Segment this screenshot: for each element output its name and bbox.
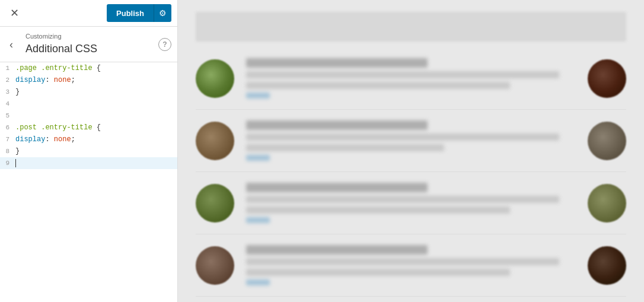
back-icon: ‹ bbox=[9, 38, 13, 50]
line-number-6: 6 bbox=[0, 122, 12, 133]
preview-body-line-2a bbox=[246, 133, 559, 141]
line-number-1: 1 bbox=[0, 62, 12, 74]
preview-avatar-right-1 bbox=[588, 59, 626, 98]
code-line-9: 9 bbox=[0, 157, 177, 169]
close-icon: ✕ bbox=[10, 7, 19, 20]
code-line-6: 6 .post .entry-title { bbox=[0, 122, 177, 133]
line-content-8: } bbox=[12, 145, 177, 157]
preview-avatar-right-3 bbox=[588, 184, 626, 222]
preview-text-1 bbox=[246, 58, 576, 98]
preview-body-line-3a bbox=[246, 196, 559, 203]
line-content-7: display: none; bbox=[12, 133, 177, 145]
preview-header bbox=[196, 12, 626, 42]
top-bar: ✕ Publish ⚙ bbox=[0, 0, 177, 27]
preview-card-2 bbox=[196, 110, 626, 172]
preview-card-3 bbox=[196, 172, 626, 234]
code-line-7: 7 display: none; bbox=[0, 133, 177, 145]
preview-avatar-2 bbox=[196, 122, 234, 160]
preview-card-1 bbox=[196, 47, 626, 110]
code-line-1: 1 .page .entry-title { bbox=[0, 62, 177, 74]
preview-title-line-2 bbox=[246, 120, 428, 130]
line-number-7: 7 bbox=[0, 133, 12, 145]
publish-button[interactable]: Publish bbox=[107, 4, 154, 22]
preview-body-line-3b bbox=[246, 206, 510, 214]
preview-text-4 bbox=[246, 245, 576, 285]
line-content-4 bbox=[12, 98, 177, 110]
preview-body-line-1a bbox=[246, 71, 559, 78]
preview-title-line-4 bbox=[246, 245, 428, 255]
customizer-panel: ✕ Publish ⚙ ‹ Customizing Additional CSS… bbox=[0, 0, 178, 302]
code-line-5: 5 bbox=[0, 110, 177, 122]
code-line-2: 2 display: none; bbox=[0, 74, 177, 86]
preview-avatar-4 bbox=[196, 246, 234, 285]
help-icon: ? bbox=[162, 40, 167, 49]
preview-avatar-right-4 bbox=[588, 246, 626, 285]
line-number-2: 2 bbox=[0, 74, 12, 86]
preview-panel bbox=[178, 0, 644, 302]
preview-body-line-4b bbox=[246, 269, 510, 276]
preview-content bbox=[178, 0, 644, 302]
line-content-2: display: none; bbox=[12, 74, 177, 86]
gear-icon: ⚙ bbox=[159, 8, 167, 18]
preview-text-2 bbox=[246, 120, 576, 161]
preview-body-line-1b bbox=[246, 82, 510, 89]
code-lines: 1 .page .entry-title { 2 display: none; … bbox=[0, 62, 177, 169]
preview-body-line-4a bbox=[246, 258, 559, 265]
line-content-5 bbox=[12, 110, 177, 122]
preview-title-line-1 bbox=[246, 58, 428, 68]
preview-icon-line-2 bbox=[246, 155, 270, 161]
preview-avatar-1 bbox=[196, 59, 234, 98]
line-content-3: } bbox=[12, 86, 177, 98]
breadcrumb: Customizing bbox=[25, 32, 168, 41]
preview-background bbox=[178, 0, 644, 302]
preview-avatar-right-2 bbox=[588, 122, 626, 160]
preview-icon-line-4 bbox=[246, 279, 270, 285]
publish-group: Publish ⚙ bbox=[107, 4, 171, 22]
back-button[interactable]: ‹ bbox=[6, 36, 17, 53]
line-content-1: .page .entry-title { bbox=[12, 62, 177, 74]
close-button[interactable]: ✕ bbox=[6, 5, 23, 21]
code-line-3: 3 } bbox=[0, 86, 177, 98]
preview-body-line-2b bbox=[246, 144, 444, 151]
help-button[interactable]: ? bbox=[158, 38, 171, 51]
page-title: Additional CSS bbox=[25, 42, 168, 56]
preview-icon-line-1 bbox=[246, 93, 270, 98]
line-number-3: 3 bbox=[0, 86, 12, 98]
line-number-9: 9 bbox=[0, 157, 12, 169]
preview-title-line-3 bbox=[246, 183, 428, 192]
css-editor[interactable]: 1 .page .entry-title { 2 display: none; … bbox=[0, 62, 177, 302]
code-line-4: 4 bbox=[0, 98, 177, 110]
settings-button[interactable]: ⚙ bbox=[154, 4, 171, 22]
code-line-8: 8 } bbox=[0, 145, 177, 157]
line-content-6: .post .entry-title { bbox=[12, 122, 177, 133]
preview-avatar-3 bbox=[196, 184, 234, 222]
preview-text-3 bbox=[246, 183, 576, 223]
line-number-8: 8 bbox=[0, 145, 12, 157]
line-content-9 bbox=[12, 157, 177, 169]
preview-card-4 bbox=[196, 234, 626, 297]
line-number-4: 4 bbox=[0, 98, 12, 110]
line-number-5: 5 bbox=[0, 110, 12, 122]
breadcrumb-area: ‹ Customizing Additional CSS ? bbox=[0, 27, 177, 62]
preview-icon-line-3 bbox=[246, 217, 270, 223]
